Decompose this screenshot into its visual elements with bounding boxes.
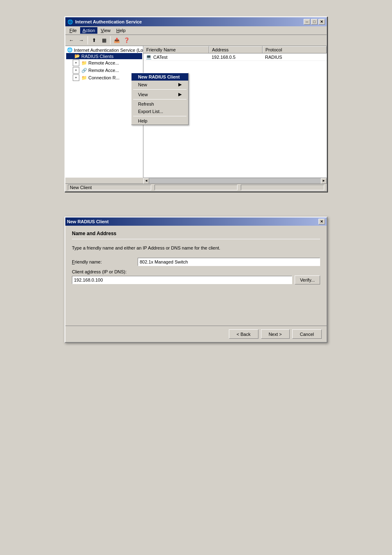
ctx-new-label: New <box>138 82 143 87</box>
next-button[interactable]: Next > <box>261 329 290 339</box>
verify-button[interactable]: Verify... <box>295 275 320 284</box>
menu-action[interactable]: Action <box>80 27 98 34</box>
help-icon: ❓ <box>124 37 130 43</box>
tree-root[interactable]: 🌐 Internet Authentication Service (Local… <box>66 47 142 53</box>
row-client-icon: 💻 <box>146 54 152 60</box>
details-icon: ▦ <box>102 37 106 43</box>
friendly-label-text: Friendly name: <box>72 259 102 264</box>
toolbar: ← → ⬆ ▦ 📤 ❓ <box>65 35 327 46</box>
status-label: New Client <box>70 185 92 190</box>
dialog-title-text: New RADIUS Client <box>67 219 108 224</box>
back-icon: ← <box>69 37 74 43</box>
row-protocol: RADIUS <box>265 55 282 60</box>
status-cell-3 <box>241 185 324 190</box>
tree-radius-clients[interactable]: 📂 RADIUS Clients <box>66 53 142 59</box>
section-title: Name and Address <box>72 231 320 236</box>
maximize-button[interactable]: □ <box>311 19 318 25</box>
cancel-label: Cancel <box>300 332 314 337</box>
cell-protocol: RADIUS <box>263 54 327 60</box>
col-header-address[interactable]: Address <box>209 46 263 53</box>
scroll-right-button[interactable]: ► <box>321 178 327 184</box>
folder-open-icon: 📂 <box>74 53 80 59</box>
dialog-close-icon: ✕ <box>320 220 323 224</box>
up-icon: ⬆ <box>92 37 96 43</box>
cancel-button[interactable]: Cancel <box>292 329 322 339</box>
ctx-help[interactable]: Help <box>131 117 143 125</box>
help-button[interactable]: ❓ <box>122 36 131 45</box>
ctx-view[interactable]: View ▶ <box>131 90 143 98</box>
remote-access-1-label: Remote Acce... <box>88 60 119 65</box>
ias-window: 🌐 Internet Authentication Service ─ □ ✕ … <box>65 16 327 192</box>
menu-bar: File Action View Help <box>65 26 327 35</box>
dialog-description: Type a friendly name and either an IP Ad… <box>72 245 320 251</box>
ctx-refresh-label: Refresh <box>138 102 143 106</box>
client-address-row: Verify... <box>72 275 320 284</box>
list-header: Friendly Name Address Protocol <box>143 46 327 53</box>
row-friendly-name: CATest <box>153 55 168 60</box>
close-icon: ✕ <box>320 20 323 24</box>
ias-title-left: 🌐 Internet Authentication Service <box>67 18 142 25</box>
col-header-protocol[interactable]: Protocol <box>263 46 327 53</box>
ias-title-bar: 🌐 Internet Authentication Service ─ □ ✕ <box>65 17 327 26</box>
close-button[interactable]: ✕ <box>318 19 325 25</box>
table-row[interactable]: 💻 CATest 192.168.0.5 RADIUS <box>143 53 327 61</box>
ctx-sep-2 <box>133 99 143 99</box>
ias-window-icon: 🌐 <box>67 18 74 25</box>
expand-icon-2[interactable]: + <box>73 67 79 74</box>
col-address-label: Address <box>212 47 228 52</box>
friendly-name-row: Friendly name: <box>72 258 320 266</box>
menu-help[interactable]: Help <box>114 27 128 34</box>
ctx-sep-3 <box>133 116 143 116</box>
menu-help-label: Help <box>116 28 126 33</box>
back-label: < Back <box>237 332 251 337</box>
client-address-input[interactable] <box>72 276 292 284</box>
menu-view-label: View <box>101 28 111 33</box>
friendly-name-label: Friendly name: <box>72 259 138 264</box>
up-button[interactable]: ⬆ <box>90 36 99 45</box>
menu-file[interactable]: File <box>67 27 79 34</box>
status-cell-2 <box>154 185 238 190</box>
export-button[interactable]: 📤 <box>112 36 121 45</box>
col-friendly-name-label: Friendly Name <box>146 47 176 52</box>
next-label: Next > <box>269 332 282 337</box>
ctx-view-label: View <box>138 92 143 97</box>
ctx-new-radius-client[interactable]: New RADIUS Client <box>131 73 143 81</box>
minimize-button[interactable]: ─ <box>304 19 310 25</box>
radius-clients-label: RADIUS Clients <box>81 54 113 59</box>
tree-panel[interactable]: 🌐 Internet Authentication Service (Local… <box>65 46 143 178</box>
remote-access-2-label: Remote Acce... <box>88 68 119 73</box>
client-address-label-row: Client address (IP or DNS): <box>72 269 320 274</box>
toolbar-separator-2 <box>110 36 111 44</box>
menu-action-label: Action <box>83 28 95 33</box>
ias-title-buttons: ─ □ ✕ <box>304 19 325 25</box>
main-content: 🌐 Internet Authentication Service (Local… <box>65 46 327 178</box>
ctx-export[interactable]: Export List... <box>131 108 143 115</box>
minimize-icon: ─ <box>306 20 308 24</box>
window-gap <box>65 192 327 217</box>
section-separator <box>72 239 320 239</box>
expand-icon-3[interactable]: + <box>73 74 79 81</box>
new-radius-dialog: New RADIUS Client ✕ Name and Address Typ… <box>65 217 327 343</box>
dialog-title-bar: New RADIUS Client ✕ <box>65 217 327 226</box>
back-button[interactable]: ← <box>67 36 76 45</box>
toolbar-separator-1 <box>88 36 88 44</box>
col-header-friendly-name[interactable]: Friendly Name <box>143 46 209 53</box>
menu-view[interactable]: View <box>98 27 113 34</box>
scroll-track[interactable] <box>149 178 321 183</box>
root-icon: 🌐 <box>67 47 73 53</box>
tree-remote-access-1[interactable]: + 📁 Remote Acce... <box>66 59 142 67</box>
back-button[interactable]: < Back <box>229 329 258 339</box>
dialog-close-button[interactable]: ✕ <box>318 219 325 224</box>
client-address-label: Client address (IP or DNS): <box>72 269 127 274</box>
scroll-left-button[interactable]: ◄ <box>143 178 149 184</box>
ctx-refresh[interactable]: Refresh <box>131 100 143 108</box>
horizontal-scrollbar[interactable]: ◄ ► <box>143 178 327 183</box>
forward-button[interactable]: → <box>77 36 86 45</box>
expand-icon-1[interactable]: + <box>73 60 79 66</box>
friendly-name-input[interactable] <box>138 258 320 266</box>
connection-label: Connection R... <box>88 75 120 80</box>
ctx-new[interactable]: New ▶ <box>131 81 143 88</box>
ctx-new-radius-label: New RADIUS Client <box>138 74 143 79</box>
details-button[interactable]: ▦ <box>99 36 108 45</box>
maximize-icon: □ <box>313 20 315 24</box>
